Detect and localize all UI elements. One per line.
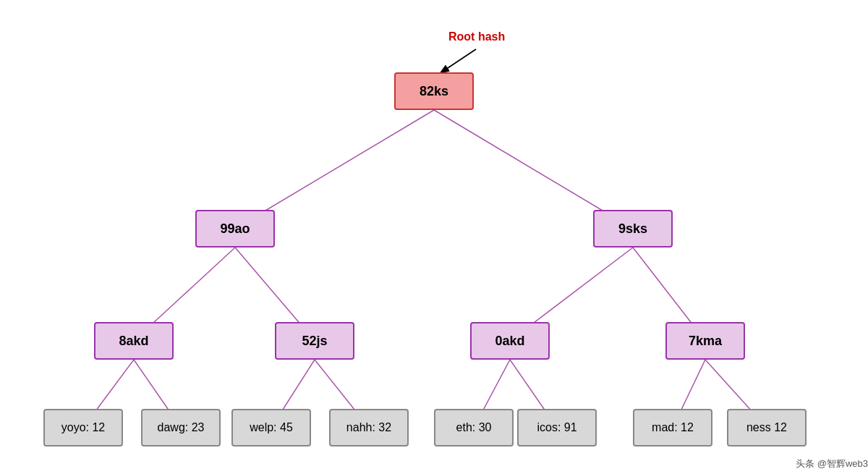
node-7kma: 7kma (665, 322, 745, 360)
node-9sks: 9sks (593, 210, 673, 247)
node-yoyo: yoyo: 12 (43, 409, 123, 447)
node-99ao: 99ao (195, 210, 275, 247)
root-hash-label: Root hash (448, 30, 505, 43)
node-root: 82ks (394, 72, 474, 110)
node-nahh: nahh: 32 (329, 409, 409, 447)
node-eth: eth: 30 (434, 409, 514, 447)
node-icos: icos: 91 (517, 409, 597, 447)
svg-line-14 (441, 49, 476, 72)
tree-container: Root hash 82ks 99ao 9sks 8akd 52js 0akd … (0, 0, 868, 474)
node-52js: 52js (275, 322, 354, 360)
node-welp: welp: 45 (231, 409, 311, 447)
node-mad: mad: 12 (633, 409, 712, 447)
node-0akd: 0akd (470, 322, 550, 360)
node-8akd: 8akd (94, 322, 174, 360)
tree-lines (0, 0, 868, 474)
node-dawg: dawg: 23 (141, 409, 221, 447)
watermark: 头条 @智辉web3 (796, 457, 868, 470)
node-ness: ness 12 (727, 409, 807, 447)
